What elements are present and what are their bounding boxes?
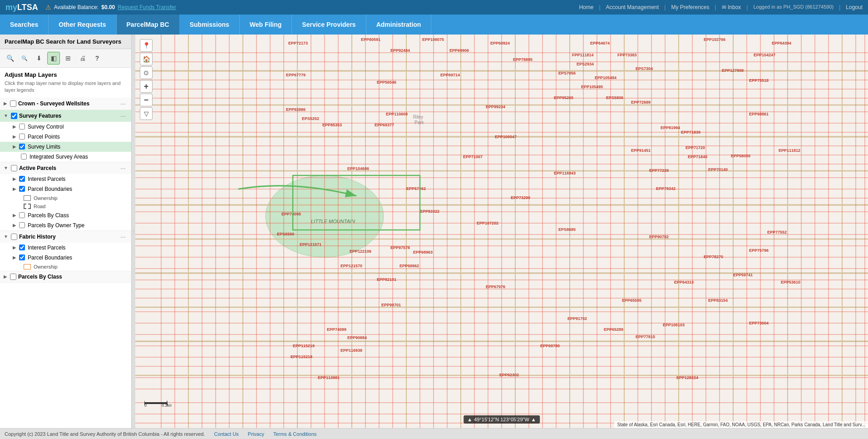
- map-area[interactable]: LITTLE MOUNTAIN: [135, 35, 868, 428]
- svg-text:Park: Park: [414, 120, 424, 125]
- inbox-link[interactable]: ✉ Inbox: [722, 4, 741, 10]
- layers-btn[interactable]: ◧: [47, 52, 60, 65]
- svg-text:EPP82101: EPP82101: [377, 277, 396, 282]
- svg-text:EPP110608: EPP110608: [386, 112, 408, 116]
- layer-item-interest-parcels[interactable]: ▶ Interest Parcels: [0, 174, 131, 184]
- layer-group-header-crown[interactable]: ▶ Crown - Surveyed Wellsites ···: [0, 98, 131, 110]
- grid-btn[interactable]: ⊞: [62, 52, 74, 65]
- svg-text:EPP67976: EPP67976: [486, 284, 505, 289]
- layer-label-integrated-survey: Integrated Survey Areas: [30, 154, 88, 160]
- layer-group-header-survey-features[interactable]: ▼ Survey Features ···: [0, 110, 131, 122]
- transfer-link[interactable]: Request Funds Transfer: [118, 4, 176, 10]
- more-btn-survey-features[interactable]: ···: [118, 112, 128, 120]
- nav-administration[interactable]: Administration: [366, 15, 432, 35]
- zoom-search-btn[interactable]: 🔍: [18, 52, 31, 65]
- checkbox-fh-interest-parcels[interactable]: [19, 244, 25, 250]
- top-bar: myLTSA ⚠ Available Balance: $0.00 Reques…: [0, 0, 868, 15]
- checkbox-parcels-by-class[interactable]: [19, 212, 25, 218]
- svg-text:EPP95265: EPP95265: [554, 95, 573, 100]
- logout-link[interactable]: Logout: [846, 4, 863, 10]
- layer-item-integrated-survey[interactable]: Integrated Survey Areas: [0, 152, 131, 162]
- svg-text:EPP102766: EPP102766: [704, 37, 725, 42]
- preferences-link[interactable]: My Preferences: [671, 4, 709, 10]
- copyright-text: Copyright (c) 2023 Land Title and Survey…: [5, 431, 205, 437]
- checkbox-survey-limits[interactable]: [19, 144, 25, 150]
- expand-icon-parcels-owner: ▶: [13, 223, 16, 228]
- svg-text:EPP84394: EPP84394: [772, 41, 791, 45]
- svg-text:EPP105495: EPP105495: [581, 85, 603, 89]
- balance-amount: $0.00: [101, 4, 115, 10]
- privacy-link[interactable]: Privacy: [248, 431, 264, 437]
- expand-icon-interest-parcels: ▶: [13, 176, 16, 181]
- layer-item-survey-control[interactable]: ▶ Survey Control: [0, 122, 131, 132]
- checkbox-survey-features[interactable]: [11, 113, 17, 119]
- home-btn[interactable]: 🏠: [140, 53, 153, 65]
- layer-label-parcels-class-bottom: Parcels By Class: [18, 274, 128, 280]
- print-btn[interactable]: 🖨: [76, 52, 89, 65]
- svg-text:EPP73004: EPP73004: [749, 321, 769, 325]
- svg-text:EPP58055: EPP58055: [731, 154, 750, 158]
- svg-text:EPP100047: EPP100047: [495, 135, 517, 139]
- checkbox-parcels-by-owner-type[interactable]: [19, 222, 25, 228]
- svg-text:EPP107202: EPP107202: [477, 221, 498, 225]
- svg-text:EPP56546: EPP56546: [377, 80, 396, 85]
- help-btn[interactable]: ?: [91, 52, 104, 65]
- zoom-in-btn[interactable]: +: [140, 80, 153, 93]
- layer-group-crown: ▶ Crown - Surveyed Wellsites ···: [0, 98, 131, 110]
- nav-service-providers[interactable]: Service Providers: [292, 15, 366, 35]
- svg-text:EPP64313: EPP64313: [674, 280, 694, 284]
- layer-group-header-fabric-history[interactable]: ▼ Fabric History ···: [0, 231, 131, 243]
- layer-label-survey-features: Survey Features: [19, 113, 117, 119]
- layer-item-parcels-by-owner-type[interactable]: ▶ Parcels By Owner Type: [0, 220, 131, 230]
- svg-text:EPP69714: EPP69714: [440, 73, 460, 77]
- nav-web-filing[interactable]: Web Filing: [240, 15, 292, 35]
- checkbox-crown[interactable]: [10, 100, 16, 107]
- layer-group-header-active-parcels[interactable]: ▼ Active Parcels ···: [0, 162, 131, 174]
- nav-parcelmap[interactable]: ParcelMap BC: [117, 15, 180, 35]
- checkbox-survey-control[interactable]: [19, 124, 25, 130]
- layer-label-fh-parcel-boundaries: Parcel Boundaries: [28, 254, 72, 261]
- checkbox-integrated-survey[interactable]: [21, 154, 27, 160]
- more-btn-fabric-history[interactable]: ···: [118, 233, 128, 240]
- nav-searches[interactable]: Searches: [0, 15, 49, 35]
- checkbox-parcel-boundaries[interactable]: [19, 186, 25, 192]
- nav-submissions[interactable]: Submissions: [180, 15, 240, 35]
- svg-text:EPP65505: EPP65505: [622, 298, 641, 303]
- checkbox-active-parcels[interactable]: [11, 165, 17, 171]
- layer-item-parcel-points[interactable]: ▶ Parcel Points: [0, 132, 131, 142]
- contact-us-link[interactable]: Contact Us: [214, 431, 238, 437]
- svg-text:EPS5252: EPS5252: [302, 116, 319, 121]
- checkbox-interest-parcels[interactable]: [19, 176, 25, 182]
- balance-info: ⚠ Available Balance: $0.00 Request Funds…: [45, 4, 176, 11]
- filter-btn[interactable]: ▽: [140, 107, 153, 120]
- expand-icon-survey-control: ▶: [13, 124, 16, 129]
- layer-item-fh-interest-parcels[interactable]: ▶ Interest Parcels: [0, 243, 131, 253]
- more-btn-active-parcels[interactable]: ···: [118, 165, 128, 172]
- checkbox-parcel-points[interactable]: [19, 134, 25, 140]
- layer-item-fh-parcel-boundaries[interactable]: ▶ Parcel Boundaries: [0, 253, 131, 263]
- resize-handle[interactable]: ⋮: [132, 35, 135, 428]
- checkbox-fh-parcel-boundaries[interactable]: [19, 254, 25, 260]
- layer-label-parcel-boundaries: Parcel Boundaries: [28, 186, 72, 192]
- search-btn[interactable]: 🔍: [4, 52, 16, 65]
- compass-btn[interactable]: ⊙: [140, 66, 153, 79]
- terms-link[interactable]: Terms & Conditions: [273, 431, 316, 437]
- coords-bar: ▲ 49°15'12"N 123°05'29"W ▲: [464, 415, 540, 424]
- svg-text:EPS7056: EPS7056: [558, 71, 576, 75]
- home-link[interactable]: Home: [579, 4, 593, 10]
- zoom-out-btn[interactable]: −: [140, 94, 153, 106]
- nav-other-requests[interactable]: Other Requests: [49, 15, 116, 35]
- layer-item-parcels-by-class[interactable]: ▶ Parcels By Class: [0, 210, 131, 220]
- layer-item-parcel-boundaries[interactable]: ▶ Parcel Boundaries: [0, 184, 131, 194]
- layer-group-header-parcels-class-bottom[interactable]: ▶ Parcels By Class: [0, 271, 131, 282]
- account-mgmt-link[interactable]: Account Management: [606, 4, 659, 10]
- more-btn-crown[interactable]: ···: [118, 100, 128, 107]
- layer-item-survey-limits[interactable]: ▶ Survey Limits: [0, 142, 131, 152]
- location-btn[interactable]: 📍: [140, 39, 153, 52]
- checkbox-parcels-class-bottom[interactable]: [10, 274, 16, 280]
- checkbox-fabric-history[interactable]: [11, 234, 17, 240]
- warning-icon: ⚠: [45, 4, 51, 11]
- svg-text:EPP97578: EPP97578: [390, 245, 410, 250]
- expand-icon-fabric-history: ▼: [4, 234, 8, 239]
- download-btn[interactable]: ⬇: [33, 52, 45, 65]
